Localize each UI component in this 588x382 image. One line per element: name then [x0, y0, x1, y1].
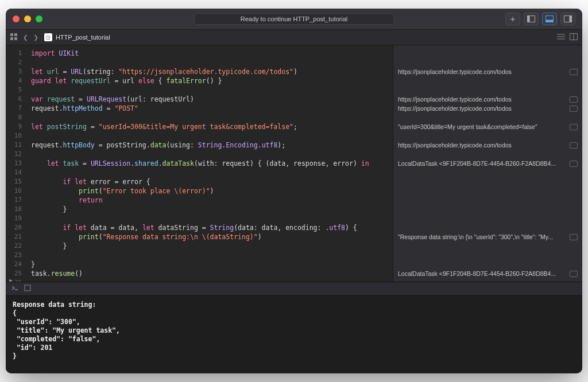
code-line[interactable]: request.httpBody = postString.data(using… — [31, 141, 388, 150]
code-line[interactable] — [31, 58, 388, 67]
code-line[interactable]: } — [31, 241, 388, 251]
line-number: 13 — [6, 159, 22, 168]
result-row — [398, 196, 578, 205]
quicklook-icon[interactable] — [570, 96, 578, 103]
result-row: LocalDataTask <9F1F204B-8D7E-4454-B260-F… — [398, 269, 578, 278]
svg-rect-16 — [25, 285, 30, 291]
result-text: "Response data string:\n {\n "userId": "… — [398, 232, 553, 241]
code-line[interactable]: import UIKit — [31, 49, 388, 58]
quicklook-icon[interactable] — [570, 106, 578, 112]
panel-right-icon[interactable] — [560, 13, 575, 25]
code-line[interactable]: } — [31, 205, 388, 214]
code-line[interactable]: let postString = "userId=300&title=My ur… — [31, 122, 388, 131]
line-number: 3 — [6, 67, 22, 76]
add-tab-button[interactable]: + — [505, 13, 520, 25]
line-number: 19 — [6, 214, 22, 223]
code-line[interactable]: } — [31, 260, 388, 269]
minimize-icon[interactable] — [24, 15, 31, 22]
back-arrow-icon[interactable]: ❮ — [23, 33, 28, 42]
traffic-lights — [13, 15, 42, 22]
code-line[interactable] — [31, 214, 388, 223]
source-code[interactable]: import UIKit let url = URL(string: "http… — [26, 45, 393, 282]
line-number: 21 — [6, 232, 22, 241]
panel-left-icon[interactable] — [524, 13, 539, 25]
line-number: 1 — [6, 49, 22, 58]
result-row: "userId=300&title=My urgent task&complet… — [398, 122, 578, 131]
result-row — [398, 223, 578, 232]
code-line[interactable]: request.httpMethod = "POST" — [31, 104, 388, 113]
quicklook-icon[interactable] — [570, 124, 578, 130]
code-line[interactable] — [31, 251, 388, 260]
line-number: 22 — [6, 241, 22, 251]
quicklook-icon[interactable] — [570, 69, 578, 75]
line-number: 10 — [6, 131, 22, 141]
svg-rect-9 — [14, 37, 17, 40]
line-gutter: 1234567891011121314151617181920212223242… — [6, 45, 26, 282]
code-line[interactable]: if let error = error { — [31, 177, 388, 186]
code-line[interactable] — [31, 150, 388, 159]
result-row — [398, 186, 578, 196]
line-number: 9 — [6, 122, 22, 131]
code-line[interactable] — [31, 85, 388, 95]
swift-file-icon: ◳ — [44, 33, 52, 41]
line-number: 8 — [6, 113, 22, 122]
svg-rect-8 — [10, 37, 13, 40]
result-row — [398, 150, 578, 159]
code-line[interactable] — [31, 131, 388, 141]
line-number: 25 — [6, 269, 22, 278]
line-number: 26 — [6, 278, 22, 282]
result-row — [398, 49, 578, 58]
quicklook-icon[interactable] — [570, 161, 578, 167]
code-line[interactable]: let task = URLSession.shared.dataTask(wi… — [31, 159, 388, 168]
result-text: LocalDataTask <9F1F204B-8D7E-4454-B260-F… — [398, 269, 556, 278]
titlebar: Ready to continue HTTP_post_tutorial + — [6, 9, 582, 29]
quicklook-icon[interactable] — [570, 142, 578, 149]
result-row: https://jsonplaceholder.typicode.com/tod… — [398, 67, 578, 76]
split-editor-icon[interactable] — [570, 33, 578, 41]
result-row — [398, 177, 578, 186]
result-row: LocalDataTask <9F1F204B-8D7E-4454-B260-F… — [398, 159, 578, 168]
console-output-icon[interactable] — [11, 284, 18, 293]
grid-icon[interactable] — [10, 33, 17, 42]
close-icon[interactable] — [13, 15, 20, 22]
code-line[interactable]: let url = URL(string: "https://jsonplace… — [31, 67, 388, 76]
item-list-icon[interactable] — [557, 33, 565, 41]
result-text: https://jsonplaceholder.typicode.com/tod… — [398, 95, 512, 104]
console-output[interactable]: Response data string: { "userId": "300",… — [6, 296, 582, 373]
line-number: 23 — [6, 251, 22, 260]
code-line[interactable] — [31, 113, 388, 122]
result-text: LocalDataTask <9F1F204B-8D7E-4454-B260-F… — [398, 159, 556, 168]
file-name: HTTP_post_tutorial — [56, 34, 110, 41]
line-number: 16 — [6, 186, 22, 196]
code-line[interactable]: guard let requestUrl = url else { fatalE… — [31, 76, 388, 85]
quicklook-icon[interactable] — [570, 271, 578, 277]
line-number: 2 — [6, 58, 22, 67]
code-pane[interactable]: 1234567891011121314151617181920212223242… — [6, 45, 393, 282]
result-text: "userId=300&title=My urgent task&complet… — [398, 122, 537, 131]
line-number: 11 — [6, 141, 22, 150]
file-tab[interactable]: ◳ HTTP_post_tutorial — [44, 33, 110, 41]
result-row: https://jsonplaceholder.typicode.com/tod… — [398, 141, 578, 150]
code-line[interactable]: return — [31, 196, 388, 205]
console-panel: Response data string: { "userId": "300",… — [6, 282, 582, 373]
result-row — [398, 251, 578, 260]
svg-rect-1 — [528, 16, 530, 22]
zoom-icon[interactable] — [36, 15, 42, 22]
line-number: 15 — [6, 177, 22, 186]
code-line[interactable]: print("Response data string:\n \(dataStr… — [31, 232, 388, 241]
result-text: https://jsonplaceholder.typicode.com/tod… — [398, 67, 512, 76]
forward-arrow-icon[interactable]: ❯ — [33, 33, 38, 42]
code-line[interactable] — [31, 168, 388, 177]
panel-bottom-icon[interactable] — [542, 13, 557, 25]
code-line[interactable]: if let data = data, let dataString = Str… — [31, 223, 388, 232]
console-variables-icon[interactable] — [24, 284, 31, 293]
code-line[interactable]: var request = URLRequest(url: requestUrl… — [31, 95, 388, 104]
result-text: https://jsonplaceholder.typicode.com/tod… — [398, 104, 512, 113]
code-line[interactable]: task.resume() — [31, 269, 388, 278]
quicklook-icon[interactable] — [570, 234, 578, 240]
result-row — [398, 260, 578, 269]
line-number: 6 — [6, 95, 22, 104]
code-line[interactable] — [31, 278, 388, 282]
code-line[interactable]: print("Error took place \(error)") — [31, 186, 388, 196]
console-toolbar — [6, 282, 582, 296]
